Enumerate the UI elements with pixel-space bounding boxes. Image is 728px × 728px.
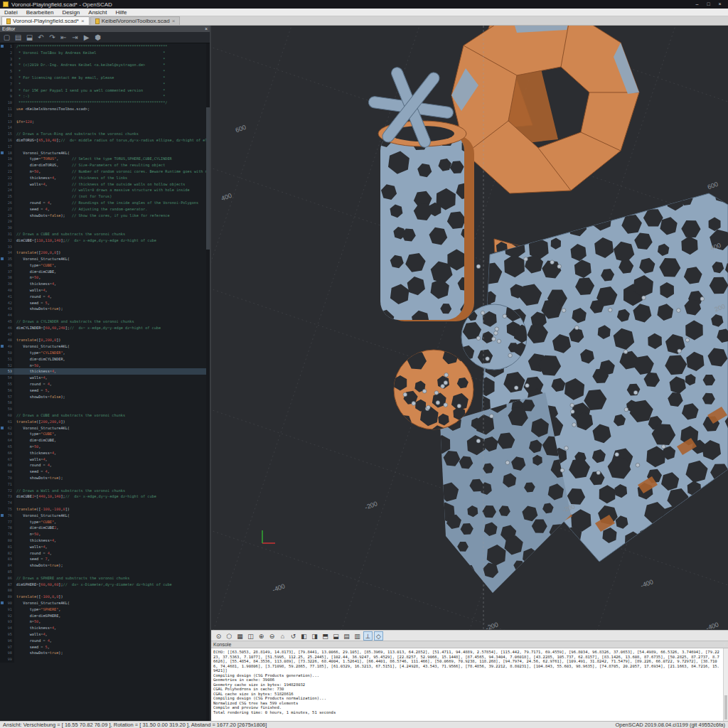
menu-hilfe[interactable]: Hilfe — [112, 9, 132, 16]
code-line[interactable]: 72// Draws a Wall and substracts the vor… — [0, 488, 210, 494]
editor-scrollbar[interactable] — [206, 43, 210, 721]
code-line[interactable]: 7 * * — [0, 81, 210, 87]
code-line[interactable]: 76 Voronoi_StructureAKL( — [0, 513, 210, 519]
code-line[interactable]: 33 — [0, 244, 210, 250]
3d-viewport[interactable]: 600400600400200-200-400-200-400-200-400 — [211, 26, 728, 630]
code-line[interactable]: 43 showDots=true); — [0, 306, 210, 312]
code-line[interactable]: 80 thickness=4, — [0, 537, 210, 544]
code-line[interactable]: 58 — [0, 400, 210, 406]
code-line[interactable]: 25 // (not for Torus) — [0, 193, 210, 200]
code-line[interactable]: 51 dim=dimCYLINDER, — [0, 356, 210, 363]
code-line[interactable]: 49 Voronoi_StructureAKL( — [0, 343, 210, 350]
view-bottom-icon[interactable]: ⬓ — [331, 631, 341, 641]
code-line[interactable]: 70 showDots=true); — [0, 475, 210, 481]
code-line[interactable]: 23 walls=4, // thickness of the outside … — [0, 181, 210, 188]
view-back-icon[interactable]: ▥ — [353, 631, 362, 641]
code-line[interactable]: 62 Voronoi_StructureAKL( — [0, 425, 210, 432]
code-line[interactable]: 64 dim=dimCUBE, — [0, 437, 210, 444]
code-editor[interactable]: 1/**************************************… — [0, 43, 210, 721]
code-line[interactable]: 73dimCUBE2=[440,10,140];// dx= x-edge,dy… — [0, 493, 210, 500]
code-line[interactable]: 68 round = 4, — [0, 462, 210, 469]
code-line[interactable]: 99 — [0, 656, 210, 663]
code-line[interactable]: 66 thickness=4, — [0, 450, 210, 456]
code-line[interactable]: 29 — [0, 218, 210, 225]
code-line[interactable]: 50 type="CYLINDER", — [0, 350, 210, 356]
code-line[interactable]: 89translate([-100,0,0]) — [0, 594, 210, 600]
editor-scrollbar-thumb[interactable] — [206, 107, 210, 250]
code-line[interactable]: 3 * * — [0, 56, 210, 63]
code-line[interactable]: 2 * Voronoi ToolBox by Andreas Keibel * — [0, 50, 210, 56]
code-line[interactable]: 21 n=50, // Number of random voronoi cor… — [0, 168, 210, 175]
code-line[interactable]: 1/**************************************… — [0, 43, 210, 50]
code-line[interactable]: 86// Draws a SPHERE and substracts the v… — [0, 575, 210, 582]
code-line[interactable]: 57 showDots=false); — [0, 394, 210, 400]
code-line[interactable]: 48translate([0,200,0]) — [0, 337, 210, 343]
code-line[interactable]: 87dimSPHERE=[60,60,60];// dx= x-Diameter… — [0, 582, 210, 588]
code-line[interactable]: 63 type="CUBE", — [0, 431, 210, 437]
fold-marker[interactable] — [1, 45, 4, 48]
editor-close-icon[interactable]: × — [205, 26, 208, 32]
tab-0[interactable]: Voronoi-Playingfield.scad*× — [1, 16, 90, 25]
view-top-icon[interactable]: ⬒ — [321, 631, 330, 641]
code-line[interactable]: 20 dim=dimTORUS, // Size-Parameters of t… — [0, 162, 210, 168]
code-line[interactable]: 45// Draws a CYLINDER and substracts the… — [0, 318, 210, 325]
code-line[interactable]: 46dimCYLINDER=[60,60,240];// dx= x-edge,… — [0, 325, 210, 331]
code-line[interactable]: 59 — [0, 406, 210, 412]
code-line[interactable]: 94 thickness=4, — [0, 625, 210, 631]
code-line[interactable]: 26 round = 4, // Roundings of the inside… — [0, 200, 210, 206]
code-line[interactable]: 14 — [0, 124, 210, 131]
zoom-in-icon[interactable]: ⊕ — [257, 631, 266, 641]
code-line[interactable]: 77 type="CUBE", — [0, 519, 210, 525]
code-line[interactable]: 19 type="TORUS", // Select the type TORU… — [0, 156, 210, 162]
code-line[interactable]: 6 * For licensing contact me by email, p… — [0, 75, 210, 81]
code-line[interactable]: 10 *************************************… — [0, 100, 210, 106]
code-line[interactable]: 85 — [0, 569, 210, 575]
code-line[interactable]: 54 walls=4, — [0, 375, 210, 381]
code-line[interactable]: 35 Voronoi_StructureAKL( — [0, 256, 210, 262]
view-left-icon[interactable]: ◧ — [299, 631, 309, 641]
new-file-icon[interactable]: ▢ — [2, 33, 11, 43]
code-line[interactable]: 82 round = 4, — [0, 550, 210, 557]
view-front-icon[interactable]: ▤ — [342, 631, 351, 641]
render-icon[interactable]: ⬡ — [225, 631, 234, 641]
undo-icon[interactable]: ↶ — [36, 33, 46, 43]
console-close-icon[interactable]: × — [723, 641, 726, 648]
code-line[interactable]: 78 dim=dimCUBE2, — [0, 525, 210, 531]
zoom-out-icon[interactable]: ⊖ — [267, 631, 277, 641]
tab-1[interactable]: KeibelVoronoiToolbox.scad× — [90, 16, 181, 25]
code-line[interactable]: 56 seed = 5, — [0, 387, 210, 394]
code-line[interactable]: 93 n=50, — [0, 619, 210, 625]
code-line[interactable]: 71 — [0, 481, 210, 488]
fold-marker[interactable] — [1, 427, 4, 429]
code-line[interactable]: 24 // walls=0 draws a massive structure … — [0, 187, 210, 193]
menu-design[interactable]: Design — [58, 9, 84, 16]
console-scrollbar-thumb[interactable] — [724, 695, 727, 719]
console-scrollbar[interactable] — [723, 648, 728, 721]
code-line[interactable]: 61translate([200,200,0]) — [0, 419, 210, 425]
code-line[interactable]: 42 seed = 5, — [0, 300, 210, 306]
code-line[interactable]: 91 type="SPHERE", — [0, 606, 210, 613]
code-line[interactable]: 41 round = 4, — [0, 294, 210, 300]
fold-marker[interactable] — [1, 257, 4, 260]
maximize-button[interactable]: □ — [703, 1, 714, 8]
show-axes-icon[interactable]: ◫ — [246, 631, 255, 641]
code-line[interactable]: 67 walls=4, — [0, 456, 210, 463]
code-line[interactable]: 15// Draws a Torus-Ring and substracts t… — [0, 131, 210, 137]
code-line[interactable]: 27 seed = 4, // Adjusting the random-gen… — [0, 206, 210, 213]
code-line[interactable]: 52 n=50, — [0, 363, 210, 369]
code-line[interactable]: 32dimCUBE=[110,110,140];// dx= x-edge,dy… — [0, 237, 210, 244]
fold-marker[interactable] — [1, 151, 4, 154]
code-line[interactable]: 96 round = 4, — [0, 638, 210, 644]
code-line[interactable]: 8 * for 15€ per Paypal I send you a well… — [0, 87, 210, 94]
code-line[interactable]: 9 * :-) * — [0, 93, 210, 100]
code-line[interactable]: 4 * (c)2019 Dr.-Ing. Andreas Keibel <a.k… — [0, 62, 210, 68]
show-edges-icon[interactable]: ▦ — [235, 631, 245, 641]
tab-close-icon[interactable]: × — [172, 18, 176, 24]
code-line[interactable]: 83 seed = 7, — [0, 556, 210, 562]
code-line[interactable]: 34translate([200,0,0]) — [0, 250, 210, 256]
code-line[interactable]: 36 type="CUBE", — [0, 262, 210, 269]
redo-icon[interactable]: ↷ — [48, 33, 57, 43]
menu-datei[interactable]: Datei — [0, 9, 22, 16]
fold-marker[interactable] — [1, 514, 4, 517]
code-line[interactable]: 92 dim=dimSPHERE, — [0, 613, 210, 619]
